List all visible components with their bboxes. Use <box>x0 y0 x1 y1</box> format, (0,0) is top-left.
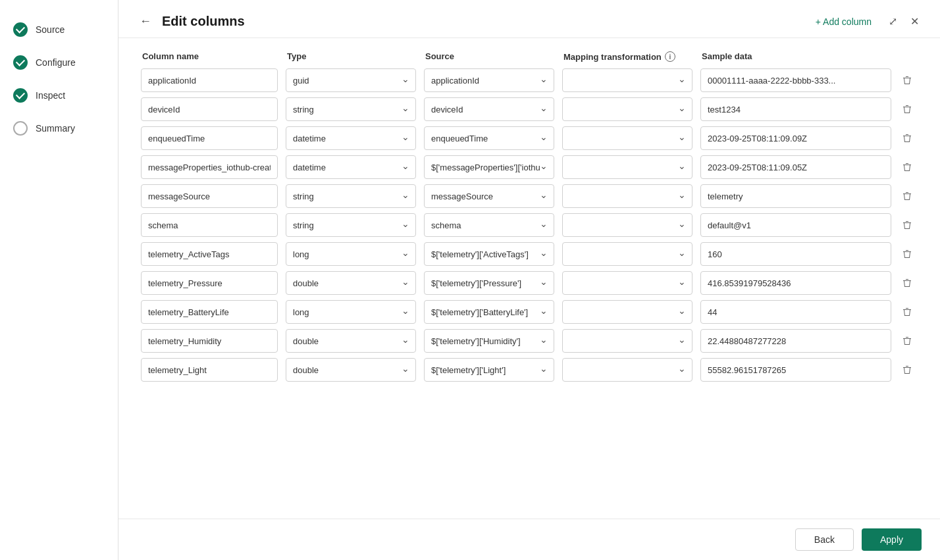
select-source-3[interactable]: $['messageProperties']['iothu <box>424 155 554 179</box>
cell-type-8: guidstringdatetimelongdoubleintbooleanfl… <box>282 300 420 324</box>
back-button[interactable]: Back <box>795 528 854 551</box>
select-type-7[interactable]: guidstringdatetimelongdoubleintbooleanfl… <box>286 271 416 295</box>
cell-delete-0 <box>895 72 922 88</box>
delete-button-3[interactable] <box>899 159 915 175</box>
select-mapping-0[interactable]: tostringtolongtodoubletobooltoguidtodate… <box>562 68 692 92</box>
expand-icon-button[interactable]: ⤢ <box>886 13 900 30</box>
select-type-9[interactable]: guidstringdatetimelongdoubleintbooleanfl… <box>286 329 416 353</box>
col-header-type: Type <box>282 51 420 62</box>
sidebar-item-configure[interactable]: Configure <box>0 46 118 79</box>
apply-button[interactable]: Apply <box>862 528 922 551</box>
cell-sample-9 <box>696 329 895 353</box>
select-mapping-4[interactable]: tostringtolongtodoubletobooltoguidtodate… <box>562 184 692 208</box>
cell-name-7 <box>137 271 282 295</box>
select-type-6[interactable]: guidstringdatetimelongdoubleintbooleanfl… <box>286 242 416 266</box>
cell-mapping-8: tostringtolongtodoubletobooltoguidtodate… <box>558 300 696 324</box>
back-icon-button[interactable]: ← <box>137 12 154 31</box>
table-row: guidstringdatetimelongdoubleintbooleanfl… <box>137 184 922 208</box>
delete-button-5[interactable] <box>899 217 915 233</box>
cell-source-3: $['messageProperties']['iothu <box>420 155 558 179</box>
select-type-1[interactable]: guidstringdatetimelongdoubleintbooleanfl… <box>286 97 416 121</box>
delete-button-0[interactable] <box>899 72 915 88</box>
select-type-4[interactable]: guidstringdatetimelongdoubleintbooleanfl… <box>286 184 416 208</box>
cell-sample-5 <box>696 213 895 237</box>
input-name-9[interactable] <box>141 329 278 353</box>
close-icon-button[interactable]: ✕ <box>908 13 922 30</box>
select-mapping-8[interactable]: tostringtolongtodoubletobooltoguidtodate… <box>562 300 692 324</box>
cell-delete-10 <box>895 362 922 378</box>
select-source-1[interactable]: deviceId <box>424 97 554 121</box>
header: ← Edit columns + Add column ⤢ ✕ <box>118 0 940 38</box>
input-name-0[interactable] <box>141 68 278 92</box>
cell-type-6: guidstringdatetimelongdoubleintbooleanfl… <box>282 242 420 266</box>
sidebar-item-source[interactable]: Source <box>0 13 118 46</box>
select-mapping-5[interactable]: tostringtolongtodoubletobooltoguidtodate… <box>562 213 692 237</box>
cell-source-2: enqueuedTime <box>420 126 558 150</box>
table-row: guidstringdatetimelongdoubleintbooleanfl… <box>137 242 922 266</box>
cell-name-0 <box>137 68 282 92</box>
select-source-0[interactable]: applicationId <box>424 68 554 92</box>
cell-type-1: guidstringdatetimelongdoubleintbooleanfl… <box>282 97 420 121</box>
cell-mapping-6: tostringtolongtodoubletobooltoguidtodate… <box>558 242 696 266</box>
cell-name-1 <box>137 97 282 121</box>
select-source-4[interactable]: messageSource <box>424 184 554 208</box>
table-row: guidstringdatetimelongdoubleintbooleanfl… <box>137 358 922 382</box>
cell-type-7: guidstringdatetimelongdoubleintbooleanfl… <box>282 271 420 295</box>
select-type-8[interactable]: guidstringdatetimelongdoubleintbooleanfl… <box>286 300 416 324</box>
col-header-sample: Sample data <box>696 51 895 62</box>
select-source-9[interactable]: $['telemetry']['Humidity'] <box>424 329 554 353</box>
select-mapping-6[interactable]: tostringtolongtodoubletobooltoguidtodate… <box>562 242 692 266</box>
select-type-2[interactable]: guidstringdatetimelongdoubleintbooleanfl… <box>286 126 416 150</box>
delete-button-10[interactable] <box>899 362 915 378</box>
select-mapping-3[interactable]: tostringtolongtodoubletobooltoguidtodate… <box>562 155 692 179</box>
cell-sample-10 <box>696 358 895 382</box>
input-sample-3 <box>700 155 891 179</box>
select-source-2[interactable]: enqueuedTime <box>424 126 554 150</box>
cell-source-9: $['telemetry']['Humidity'] <box>420 329 558 353</box>
select-mapping-7[interactable]: tostringtolongtodoubletobooltoguidtodate… <box>562 271 692 295</box>
delete-button-2[interactable] <box>899 130 915 146</box>
cell-name-9 <box>137 329 282 353</box>
cell-sample-0 <box>696 68 895 92</box>
input-name-7[interactable] <box>141 271 278 295</box>
delete-button-7[interactable] <box>899 275 915 291</box>
delete-button-8[interactable] <box>899 304 915 320</box>
select-mapping-2[interactable]: tostringtolongtodoubletobooltoguidtodate… <box>562 126 692 150</box>
select-source-10[interactable]: $['telemetry']['Light'] <box>424 358 554 382</box>
input-name-1[interactable] <box>141 97 278 121</box>
sidebar: SourceConfigureInspectSummary <box>0 0 118 560</box>
select-source-7[interactable]: $['telemetry']['Pressure'] <box>424 271 554 295</box>
select-source-6[interactable]: $['telemetry']['ActiveTags'] <box>424 242 554 266</box>
input-name-2[interactable] <box>141 126 278 150</box>
delete-button-4[interactable] <box>899 188 915 204</box>
select-source-5[interactable]: schema <box>424 213 554 237</box>
sidebar-item-summary[interactable]: Summary <box>0 112 118 145</box>
select-source-8[interactable]: $['telemetry']['BatteryLife'] <box>424 300 554 324</box>
input-name-8[interactable] <box>141 300 278 324</box>
select-type-10[interactable]: guidstringdatetimelongdoubleintbooleanfl… <box>286 358 416 382</box>
cell-source-5: schema <box>420 213 558 237</box>
select-mapping-1[interactable]: tostringtolongtodoubletobooltoguidtodate… <box>562 97 692 121</box>
sidebar-item-inspect[interactable]: Inspect <box>0 79 118 112</box>
col-header-mapping: Mapping transformation i <box>558 51 696 62</box>
cell-sample-1 <box>696 97 895 121</box>
select-type-3[interactable]: guidstringdatetimelongdoubleintbooleanfl… <box>286 155 416 179</box>
input-name-10[interactable] <box>141 358 278 382</box>
delete-button-9[interactable] <box>899 333 915 349</box>
header-right: + Add column ⤢ ✕ <box>809 13 922 31</box>
select-type-5[interactable]: guidstringdatetimelongdoubleintbooleanfl… <box>286 213 416 237</box>
input-sample-6 <box>700 242 891 266</box>
input-name-3[interactable] <box>141 155 278 179</box>
add-column-button[interactable]: + Add column <box>809 13 878 31</box>
input-name-5[interactable] <box>141 213 278 237</box>
input-name-4[interactable] <box>141 184 278 208</box>
delete-button-1[interactable] <box>899 101 915 117</box>
step-circle-inspect <box>13 88 28 103</box>
input-sample-1 <box>700 97 891 121</box>
select-type-0[interactable]: guidstringdatetimelongdoubleintbooleanfl… <box>286 68 416 92</box>
mapping-info-icon[interactable]: i <box>665 51 675 62</box>
input-name-6[interactable] <box>141 242 278 266</box>
select-mapping-10[interactable]: tostringtolongtodoubletobooltoguidtodate… <box>562 358 692 382</box>
select-mapping-9[interactable]: tostringtolongtodoubletobooltoguidtodate… <box>562 329 692 353</box>
delete-button-6[interactable] <box>899 246 915 262</box>
